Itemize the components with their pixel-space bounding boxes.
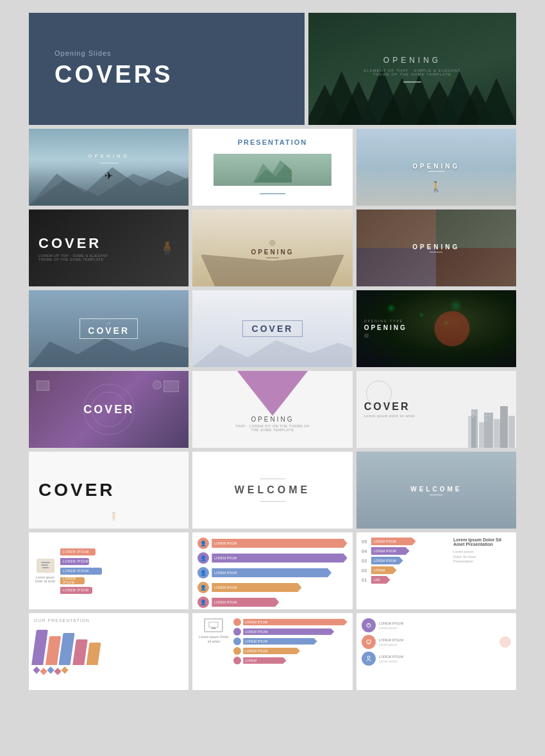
collage-divider — [430, 252, 442, 252]
circle-icon-1 — [362, 618, 376, 632]
svg-point-39 — [367, 656, 370, 659]
icon-person5: 👤 — [197, 596, 209, 608]
slide-book[interactable]: ◎ OPENING — [192, 210, 352, 286]
arrow-row-3: 03 LOREM IPSUM — [362, 557, 448, 564]
presentation-divider — [260, 193, 285, 194]
slide-room[interactable]: COVER — [29, 371, 189, 448]
slide-night[interactable]: OPENING TYPE OPENING ◎ — [356, 290, 516, 367]
infographic3-content: 05 LOREM IPSUM 04 LOREM IPSUM 03 LOREM I… — [356, 532, 516, 609]
slide-presentation[interactable]: PRESENTATION — [192, 129, 352, 206]
circle-icon-3 — [362, 652, 376, 666]
city-subtext: Lorem ipsum dolor sit amet — [364, 414, 415, 418]
welcome-top-line — [260, 479, 285, 479]
info5-bars: LOREM IPSUM LOREM IPSUM LOREM IPSUM LORE… — [233, 618, 347, 685]
icon-person3: 👤 — [197, 567, 209, 579]
mountains-label: OPENING — [88, 153, 130, 159]
cover-white2-label: COVER — [252, 324, 294, 334]
cover-box: IT COVER — [80, 318, 138, 339]
svg-rect-27 — [485, 419, 487, 421]
svg-rect-22 — [508, 416, 515, 448]
covers-subtitle: Opening Slides — [55, 49, 112, 57]
circle-text-3: LOREM IPSUM Lorem ipsum — [379, 655, 511, 663]
svg-rect-19 — [484, 413, 493, 448]
svg-rect-32 — [212, 627, 215, 629]
svg-rect-17 — [471, 409, 478, 448]
row-8: OUR PRESENTATION — [29, 613, 516, 690]
bluehill-label: COVER — [88, 325, 130, 336]
welcome-photo-label: WELCOME — [410, 486, 462, 493]
book-divider — [266, 258, 279, 258]
slide-welcome-photo[interactable]: WELCOME — [356, 452, 516, 529]
our-presentation-label: OUR PRESENTATION — [34, 618, 183, 623]
infographic2-content: 👤 LOREM IPSUM 👤 LOREM IPSUM 👤 LOREM IPSU… — [192, 532, 352, 609]
slide-bluehill[interactable]: IT COVER — [29, 290, 189, 367]
slide-cover-dark[interactable]: 🧍 COVER LOREM UP TOP · SOME & ELEGANT TH… — [29, 210, 189, 286]
plane-icon: ✈ — [105, 170, 113, 182]
night-icon: ◎ — [364, 333, 369, 338]
arrow-row-4: 02 LOREM — [362, 566, 448, 574]
info5-bar-1: LOREM IPSUM — [233, 618, 347, 626]
slide-opening-forest[interactable]: OPENING ELEMENT OF THAT · SIMPLE & ELEGA… — [308, 13, 516, 125]
infographic5-content: Lorem ipsum Dolor sit amet LOREM IPSUM L… — [192, 613, 352, 690]
row-6: 🧍 COVER WELCOME WELCOME — [29, 452, 516, 529]
slide-infographic2[interactable]: 👤 LOREM IPSUM 👤 LOREM IPSUM 👤 LOREM IPSU… — [192, 532, 352, 609]
bar-2: LOREM IPSUM — [60, 558, 183, 565]
slide-infographic6[interactable]: LOREM IPSUM Lorem ipsum LOREM IPSUM Lore… — [356, 613, 516, 690]
slide-welcome-white[interactable]: WELCOME — [192, 452, 352, 529]
info2-row2: 👤 LOREM IPSUM — [197, 552, 347, 564]
circle-item-3: LOREM IPSUM Lorem ipsum — [362, 652, 511, 666]
slide-infographic1[interactable]: Lorem ipsumDolor sit amet LOREM IPSUM LO… — [29, 532, 189, 609]
covers-content: Opening Slides COVERS — [29, 13, 305, 125]
svg-rect-18 — [479, 422, 484, 448]
slide-covers[interactable]: Opening Slides COVERS — [29, 13, 305, 125]
silhouette-icon: 🧍 — [158, 240, 176, 256]
cover-person: 🧍 — [109, 512, 119, 521]
cover-dark-label: COVER — [38, 235, 101, 252]
slide-collage[interactable]: OPENING — [356, 210, 516, 286]
circle-text-2: LOREM IPSUM Lorem ipsum — [379, 638, 496, 646]
info2-row4: 👤 LOREM IPSUM — [197, 582, 347, 593]
lake-divider — [428, 171, 444, 172]
monitor-icon — [204, 618, 223, 632]
arrow-row-5: 01 LOR — [362, 576, 448, 584]
slide-infographic3[interactable]: 05 LOREM IPSUM 04 LOREM IPSUM 03 LOREM I… — [356, 532, 516, 609]
bar-3: LOREM IPSUM — [60, 568, 183, 575]
circle-item-1: LOREM IPSUM Lorem ipsum — [362, 618, 511, 632]
info3-arrows: 05 LOREM IPSUM 04 LOREM IPSUM 03 LOREM I… — [362, 538, 448, 604]
presentation-label: PRESENTATION — [238, 138, 308, 146]
slide-cover-white2[interactable]: COVER — [192, 290, 352, 367]
slide-flowers[interactable]: OPENING THAT · LOREM SIT ON THE THEME OF… — [192, 371, 352, 448]
info5-bar-4: LOREM IPSUM — [233, 647, 347, 655]
icon-person: 👤 — [197, 538, 209, 549]
svg-rect-30 — [42, 567, 49, 568]
info5-bar-3: LOREM IPSUM — [233, 637, 347, 645]
night-label: OPENING — [364, 324, 407, 331]
info5-bar-2: LOREM IPSUM — [233, 628, 347, 636]
info1-icon-area: Lorem ipsumDolor sit amet — [34, 559, 56, 584]
slide-infographic5[interactable]: Lorem ipsum Dolor sit amet LOREM IPSUM L… — [192, 613, 352, 690]
info2-header: 👤 LOREM IPSUM — [197, 538, 347, 549]
room-label: COVER — [83, 403, 134, 416]
icon-person4: 👤 — [197, 582, 209, 593]
opening-label: OPENING — [383, 56, 441, 65]
svg-rect-24 — [472, 416, 474, 418]
opening-divider — [403, 81, 421, 83]
arrow-row-2: 04 LOREM IPSUM — [362, 547, 448, 555]
slide-lake[interactable]: 🚶 OPENING — [356, 129, 516, 206]
row-2: OPENING ✈ PRESENTATION 🚶 — [29, 129, 516, 206]
diag-bar-3 — [58, 633, 74, 665]
row-5: COVER OPENING THAT · LOREM SIT ON THE TH… — [29, 371, 516, 448]
lorem-ipsum-text: Lorem ipsumDolor Sit AmetPresentation — [453, 550, 511, 564]
slide-city[interactable]: COVER Lorem ipsum dolor sit amet — [356, 371, 516, 448]
infographic1-content: Lorem ipsumDolor sit amet LOREM IPSUM LO… — [29, 532, 189, 609]
lorem-ipsum1: Lorem ipsumDolor sit amet — [35, 575, 55, 584]
lake-label: OPENING — [412, 163, 460, 170]
slide-cover-big[interactable]: 🧍 COVER — [29, 452, 189, 529]
mountains-divider — [99, 163, 119, 163]
slide-mountains[interactable]: OPENING ✈ — [29, 129, 189, 206]
slide-infographic4[interactable]: OUR PRESENTATION — [29, 613, 189, 690]
city-building — [465, 403, 516, 448]
diag-bar-4 — [72, 639, 88, 665]
bar-5: LOREM IPSUM — [60, 587, 183, 594]
svg-rect-23 — [472, 412, 474, 414]
